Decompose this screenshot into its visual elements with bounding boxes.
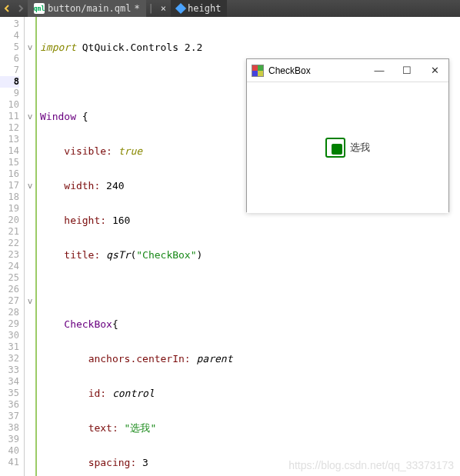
line-number: 5 — [0, 42, 19, 53]
line-number: 6 — [0, 53, 19, 65]
code-line: anchors.centerIn: parent — [37, 353, 460, 364]
line-number: 29 — [0, 318, 19, 330]
line-number: 31 — [0, 341, 19, 353]
line-number: 27 — [0, 295, 19, 307]
window-maximize-button[interactable]: ☐ — [393, 59, 421, 82]
code-line: height: 160 — [37, 215, 460, 226]
fold-toggle[interactable]: v — [25, 42, 35, 53]
line-number: 41 — [0, 457, 19, 468]
line-number: 19 — [0, 203, 19, 215]
line-number: 18 — [0, 191, 19, 203]
line-number: 23 — [0, 249, 19, 261]
line-number: 13 — [0, 134, 19, 145]
line-number: 35 — [0, 388, 19, 399]
code-line: import QtQuick.Controls 2.2 — [37, 42, 460, 53]
window-client-area: 选我 — [247, 82, 448, 213]
code-line: CheckBox{ — [37, 318, 460, 330]
line-number: 14 — [0, 145, 19, 157]
checkbox[interactable]: 选我 — [325, 138, 370, 158]
window-close-button[interactable]: ✕ — [421, 59, 448, 82]
diamond-icon — [175, 3, 186, 14]
line-number: 24 — [0, 261, 19, 272]
line-number: 7 — [0, 65, 19, 76]
checkbox-label: 选我 — [350, 141, 370, 155]
line-number: 33 — [0, 364, 19, 376]
window-minimize-button[interactable]: — — [365, 59, 393, 82]
fold-toggle[interactable]: v — [25, 295, 35, 307]
app-icon — [252, 65, 264, 77]
line-number: 36 — [0, 399, 19, 411]
line-number: 20 — [0, 215, 19, 226]
watermark: https://blog.csdn.net/qq_33373173 — [288, 460, 454, 471]
line-number: 30 — [0, 330, 19, 341]
line-number: 17 — [0, 180, 19, 191]
line-number: 3 — [0, 18, 19, 30]
tab-file[interactable]: qml button/main.qml * — [28, 0, 146, 17]
line-number: 15 — [0, 157, 19, 168]
code-line: text: "选我" — [37, 422, 460, 434]
nav-forward-button[interactable] — [14, 5, 28, 12]
tab-symbol-name: height — [188, 3, 221, 14]
qml-file-icon: qml — [34, 3, 45, 14]
app-window[interactable]: CheckBox — ☐ ✕ 选我 — [246, 58, 449, 212]
code-line: id: control — [37, 388, 460, 399]
tab-file-path: button/main.qml — [48, 3, 131, 14]
fold-column: v v v v — [25, 17, 35, 476]
tab-separator: | — [146, 3, 156, 14]
window-title: CheckBox — [268, 65, 365, 76]
line-number: 39 — [0, 434, 19, 445]
line-number: 12 — [0, 122, 19, 134]
line-number: 11 — [0, 111, 19, 122]
line-number-gutter: 3 4 5 6 7 8 9 10 11 12 13 14 15 16 17 18… — [0, 17, 25, 476]
line-number: 25 — [0, 272, 19, 284]
window-titlebar[interactable]: CheckBox — ☐ ✕ — [247, 59, 448, 82]
line-number: 40 — [0, 445, 19, 457]
tab-symbol[interactable]: height — [171, 0, 227, 17]
line-number: 9 — [0, 88, 19, 99]
fold-toggle[interactable]: v — [25, 111, 35, 122]
line-number: 16 — [0, 168, 19, 180]
line-number: 10 — [0, 99, 19, 111]
fold-toggle[interactable]: v — [25, 180, 35, 191]
line-number: 34 — [0, 376, 19, 388]
line-number: 32 — [0, 353, 19, 364]
line-number: 37 — [0, 411, 19, 422]
nav-back-button[interactable] — [0, 5, 14, 12]
line-number: 22 — [0, 238, 19, 249]
line-number: 4 — [0, 30, 19, 42]
tab-modified-marker: * — [134, 3, 139, 14]
tab-bar: qml button/main.qml * | × height — [0, 0, 460, 17]
line-number: 26 — [0, 284, 19, 295]
line-number: 21 — [0, 226, 19, 238]
checkbox-indicator[interactable] — [325, 138, 345, 158]
line-number-current: 8 — [0, 76, 19, 88]
checkbox-fill — [332, 144, 342, 155]
code-line — [37, 284, 460, 295]
line-number: 38 — [0, 422, 19, 434]
code-line: title: qsTr("CheckBox") — [37, 249, 460, 261]
line-number: 28 — [0, 307, 19, 318]
tab-close-button[interactable]: × — [156, 3, 171, 14]
